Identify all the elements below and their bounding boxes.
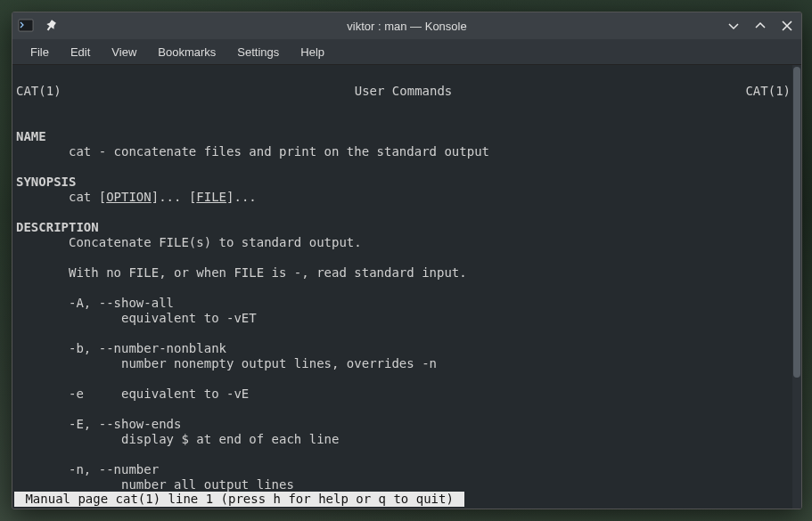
- synopsis-line: cat [OPTION]... [FILE]...: [16, 190, 257, 204]
- terminal-area: CAT(1)User CommandsCAT(1) NAME cat - con…: [12, 65, 801, 509]
- terminal[interactable]: CAT(1)User CommandsCAT(1) NAME cat - con…: [12, 65, 792, 509]
- blank-line: [16, 205, 23, 219]
- blank-line: [16, 159, 23, 174]
- blank-line: [16, 326, 23, 340]
- opt-b-head: -b, --number-nonblank: [16, 341, 226, 355]
- konsole-window: viktor : man — Konsole File Edit View Bo…: [12, 12, 802, 509]
- maximize-button[interactable]: [751, 17, 769, 35]
- pin-icon[interactable]: [43, 18, 59, 34]
- scrollbar[interactable]: [792, 65, 801, 509]
- section-description: DESCRIPTION: [16, 220, 99, 234]
- man-header-left: CAT(1): [16, 84, 62, 99]
- man-header: CAT(1)User CommandsCAT(1): [16, 84, 791, 99]
- window-title: viktor : man — Konsole: [89, 20, 725, 33]
- opt-E-head: -E, --show-ends: [16, 417, 181, 431]
- man-status-line: Manual page cat(1) line 1 (press h for h…: [14, 492, 464, 507]
- close-button[interactable]: [778, 17, 796, 35]
- synopsis-file: FILE: [196, 190, 226, 204]
- man-header-right: CAT(1): [745, 84, 791, 99]
- name-line: cat - concatenate files and print on the…: [16, 144, 489, 159]
- menu-file[interactable]: File: [21, 42, 58, 62]
- svg-rect-0: [19, 20, 33, 31]
- man-header-center: User Commands: [62, 84, 746, 99]
- desc-line-1: Concatenate FILE(s) to standard output.: [16, 235, 362, 249]
- minimize-button[interactable]: [725, 17, 742, 35]
- menu-edit[interactable]: Edit: [62, 42, 99, 62]
- blank-line: [16, 281, 23, 295]
- titlebar-left: [18, 18, 89, 34]
- opt-n-head: -n, --number: [16, 462, 159, 476]
- blank-line: [16, 371, 23, 386]
- blank-line: [16, 114, 23, 128]
- opt-A-head: -A, --show-all: [16, 296, 174, 310]
- synopsis-option: OPTION: [106, 190, 152, 204]
- app-icon: [18, 18, 34, 34]
- opt-E-body: display $ at end of each line: [16, 432, 339, 446]
- opt-e-line: -e equivalent to -vE: [16, 387, 249, 401]
- menu-settings[interactable]: Settings: [228, 42, 288, 62]
- menu-view[interactable]: View: [103, 42, 145, 62]
- titlebar[interactable]: viktor : man — Konsole: [12, 12, 801, 39]
- menu-help[interactable]: Help: [291, 42, 333, 62]
- opt-n-body: number all output lines: [16, 477, 294, 492]
- blank-line: [16, 402, 23, 416]
- desc-line-2: With no FILE, or when FILE is -, read st…: [16, 265, 467, 280]
- menubar: File Edit View Bookmarks Settings Help: [12, 39, 801, 65]
- blank-line: [16, 250, 23, 265]
- opt-b-body: number nonempty output lines, overrides …: [16, 356, 437, 370]
- opt-s-head: -s, --squeeze-blank: [16, 508, 211, 509]
- opt-A-body: equivalent to -vET: [16, 311, 257, 325]
- window-controls: [725, 17, 796, 35]
- menu-bookmarks[interactable]: Bookmarks: [149, 42, 225, 62]
- blank-line: [16, 447, 23, 461]
- scrollbar-thumb[interactable]: [793, 67, 800, 378]
- section-synopsis: SYNOPSIS: [16, 175, 76, 189]
- section-name: NAME: [16, 129, 46, 143]
